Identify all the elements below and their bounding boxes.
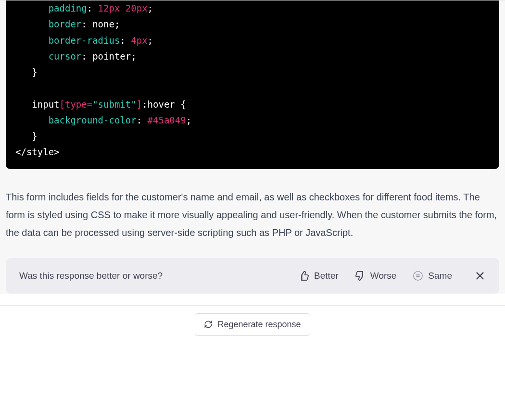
regenerate-area: Regenerate response — [0, 305, 505, 347]
feedback-worse-label: Worse — [370, 271, 397, 281]
thumbs-up-icon — [299, 271, 309, 281]
feedback-worse-button[interactable]: Worse — [351, 269, 401, 283]
regenerate-button[interactable]: Regenerate response — [195, 313, 310, 336]
code-block[interactable]: padding: 12px 20px; border: none; border… — [6, 0, 499, 169]
feedback-bar: Was this response better or worse? Bette… — [6, 258, 499, 294]
regenerate-icon — [204, 320, 213, 329]
feedback-question: Was this response better or worse? — [19, 271, 286, 281]
regenerate-label: Regenerate response — [217, 320, 301, 330]
feedback-better-button[interactable]: Better — [295, 269, 342, 283]
response-description: This form includes fields for the custom… — [0, 169, 505, 258]
feedback-close-button[interactable] — [474, 270, 486, 282]
thumbs-down-icon — [355, 271, 366, 281]
close-icon — [475, 271, 485, 281]
feedback-same-label: Same — [428, 271, 452, 281]
svg-point-0 — [414, 271, 422, 280]
feedback-same-button[interactable]: Same — [409, 269, 456, 283]
feedback-better-label: Better — [314, 271, 339, 281]
assistant-message: padding: 12px 20px; border: none; border… — [0, 0, 505, 294]
equals-icon — [413, 271, 423, 281]
